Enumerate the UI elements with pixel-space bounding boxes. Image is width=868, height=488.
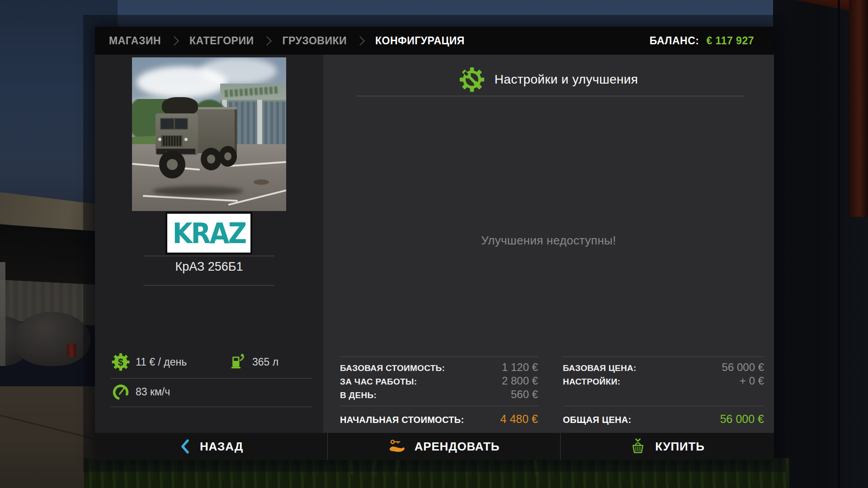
stat-fuel-value: 365 л [252,356,278,368]
cost-label: БАЗОВАЯ ЦЕНА: [563,363,637,373]
breadcrumb-item-trucks[interactable]: ГРУЗОВИКИ [282,35,347,47]
cost-row: НАСТРОЙКИ: + 0 € [563,375,764,388]
total-value: 56 000 € [720,413,764,426]
back-button[interactable]: НАЗАД [95,433,328,460]
total-label: ОБЩАЯ ЦЕНА: [563,415,631,425]
brand-logo-text: KRAZ [172,217,245,250]
balance: БАЛАНС: € 117 927 [650,35,754,47]
truck-windshield [160,118,188,130]
photo-manhole [254,179,269,185]
purchase-costs-block: БАЗОВАЯ ЦЕНА: 56 000 € НАСТРОЙКИ: + 0 € … [563,357,764,426]
total-row: НАЧАЛЬНАЯ СТОИМОСТЬ: 4 480 € [340,413,538,426]
total-row: ОБЩАЯ ЦЕНА: 56 000 € [563,413,764,426]
cost-label: НАСТРОЙКИ: [563,377,620,387]
photo-sign-text [225,86,279,97]
panel-header: Настройки и улучшения [323,66,774,94]
cost-value: 56 000 € [722,361,764,374]
truck-headlight [158,138,161,141]
truck-wheel-hub [207,155,215,164]
truck-wheel-hub [224,152,231,160]
divider [357,96,744,96]
lease-button[interactable]: АРЕНДОВАТЬ [328,433,561,460]
background-structure-edge [838,0,840,488]
photo-truck [156,97,237,194]
gear-dollar-icon: $ [112,353,130,371]
truck-rear-wheel [201,148,222,170]
truck-headlight [184,138,188,141]
truck-rear-wheel [219,146,237,167]
truck-grille [161,135,183,147]
back-button-label: НАЗАД [200,440,243,454]
top-bar: МАГАЗИН КАТЕГОРИИ ГРУЗОВИКИ КОНФИГУРАЦИЯ… [95,27,774,55]
stat-fuel-capacity: 365 л [229,353,278,371]
divider [563,406,764,406]
divider [340,357,538,357]
cost-value: 560 € [511,388,538,401]
brand-logo: KRAZ [165,212,252,254]
lease-button-label: АРЕНДОВАТЬ [415,440,500,454]
cost-row: В ДЕНЬ: 560 € [340,388,538,402]
buy-button-label: КУПИТЬ [655,440,704,454]
panel-title: Настройки и улучшения [495,72,638,87]
no-upgrades-message: Улучшения недоступны! [323,234,774,248]
chevron-right-icon [170,36,179,45]
divider [111,378,312,379]
speedometer-icon [112,383,130,401]
photo-cloud [200,57,277,84]
truck-shadow [153,186,243,196]
stat-max-speed: 83 км/ч [112,383,170,401]
cost-row: ЗА ЧАС РАБОТЫ: 2 800 € [340,375,538,388]
vehicle-name: КрАЗ 256Б1 [95,260,323,274]
chevron-left-icon [179,438,191,455]
footer-bar: НАЗАД АРЕНДОВАТЬ КУПИТЬ [95,433,774,460]
basket-icon [630,438,646,455]
lease-costs-block: БАЗОВАЯ СТОИМОСТЬ: 1 120 € ЗА ЧАС РАБОТЫ… [340,357,538,426]
stat-maintenance-value: 11 € / день [136,356,187,368]
truck-front-wheel [159,150,185,178]
chevron-right-icon [355,36,365,45]
stat-speed-value: 83 км/ч [136,386,170,398]
divider [143,256,274,256]
background-red-pillar [849,0,868,217]
truck-wheel-hub [167,159,177,170]
breadcrumb-item-categories[interactable]: КАТЕГОРИИ [189,35,254,47]
shop-configuration-window: МАГАЗИН КАТЕГОРИИ ГРУЗОВИКИ КОНФИГУРАЦИЯ… [95,27,774,460]
chevron-right-icon [262,36,272,45]
svg-text:$: $ [118,357,123,368]
cost-value: + 0 € [740,375,764,387]
total-label: НАЧАЛЬНАЯ СТОИМОСТЬ: [340,415,464,425]
spacer [563,388,764,402]
total-value: 4 480 € [500,413,538,426]
fuel-pump-icon [229,353,246,371]
vehicle-photo [132,57,286,211]
cost-label: БАЗОВАЯ СТОИМОСТЬ: [340,363,445,373]
divider [563,357,764,357]
cost-value: 1 120 € [502,361,538,374]
cost-label: В ДЕНЬ: [340,390,377,400]
cost-label: ЗА ЧАС РАБОТЫ: [340,377,417,387]
divider [111,407,312,407]
breadcrumb-item-configuration[interactable]: КОНФИГУРАЦИЯ [375,35,465,47]
stat-maintenance-cost: $ 11 € / день [112,353,187,371]
balance-value: € 117 927 [706,35,754,47]
cost-row: БАЗОВАЯ ЦЕНА: 56 000 € [563,361,764,375]
breadcrumb: МАГАЗИН КАТЕГОРИИ ГРУЗОВИКИ КОНФИГУРАЦИЯ [109,35,465,47]
cost-row: БАЗОВАЯ СТОИМОСТЬ: 1 120 € [340,361,538,375]
hand-key-icon [388,439,406,454]
divider [143,285,274,286]
buy-button[interactable]: КУПИТЬ [561,433,774,460]
divider [340,406,538,406]
breadcrumb-item-shop[interactable]: МАГАЗИН [109,35,161,47]
gear-wrench-icon [459,67,485,92]
cost-value: 2 800 € [502,375,538,387]
balance-label: БАЛАНС: [650,35,699,47]
